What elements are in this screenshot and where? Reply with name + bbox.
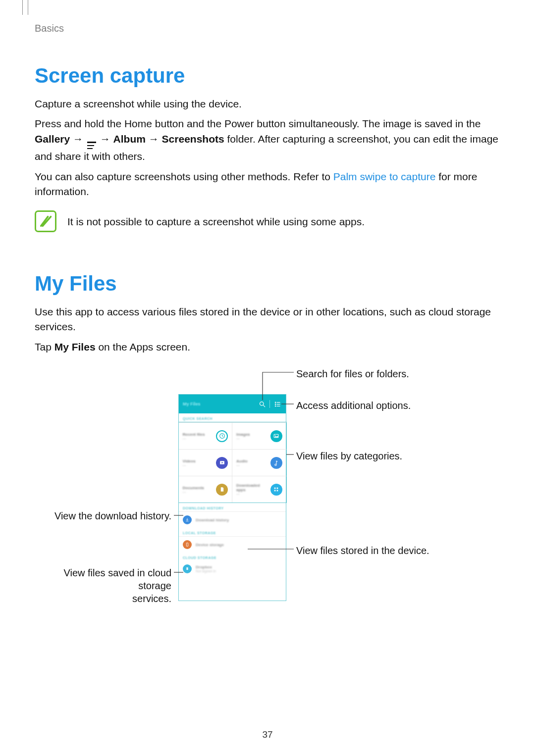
tile-documents[interactable]: Documents— — [179, 476, 233, 503]
download-history-label: DOWNLOAD HISTORY — [179, 503, 286, 511]
svg-rect-14 — [277, 488, 278, 489]
svg-rect-13 — [274, 488, 276, 489]
more-options-icon[interactable] — [273, 400, 282, 408]
screen-capture-intro: Capture a screenshot while using the dev… — [35, 97, 500, 111]
arrow: → — [149, 133, 159, 145]
my-files-diagram: My Files QUICK SEARCH Recent fi — [35, 364, 495, 622]
breadcrumb: Basics — [35, 23, 500, 34]
tile-label: Downloaded apps — [236, 483, 268, 492]
callout-options: Access additional options. — [296, 399, 411, 412]
tile-label: Documents — [183, 486, 214, 490]
clock-icon — [216, 430, 228, 442]
my-files-tap: Tap My Files on the Apps screen. — [35, 340, 500, 354]
svg-point-0 — [260, 402, 264, 405]
text: View files saved in cloud storage — [63, 567, 171, 591]
image-icon — [270, 430, 282, 442]
svg-point-2 — [275, 402, 276, 403]
tile-audio[interactable]: Audio— — [232, 449, 286, 476]
row-sublabel: Not signed in — [196, 569, 216, 573]
callout-device-storage: View files stored in the device. — [296, 544, 429, 557]
svg-point-4 — [275, 403, 276, 404]
arrow: → — [73, 133, 83, 145]
svg-rect-17 — [186, 543, 188, 547]
tile-label: Videos — [183, 459, 214, 463]
phone-title: My Files — [183, 402, 255, 406]
search-icon[interactable] — [258, 400, 267, 408]
note-text: It is not possible to capture a screensh… — [67, 210, 365, 229]
tile-images[interactable]: Images— — [232, 422, 286, 449]
video-icon — [216, 457, 228, 469]
note-icon — [35, 210, 56, 232]
text: services. — [132, 593, 171, 604]
tile-label: Audio — [236, 459, 268, 463]
local-storage-label: LOCAL STORAGE — [179, 528, 286, 536]
screenshots-label: Screenshots — [162, 133, 224, 145]
note-block: It is not possible to capture a screensh… — [35, 210, 500, 232]
row-label: Download history — [196, 518, 229, 522]
text: You can also capture screenshots using o… — [35, 171, 333, 182]
tile-recent-files[interactable]: Recent files— — [179, 422, 233, 449]
cloud-storage-label: CLOUD STORAGE — [179, 553, 286, 561]
callout-search: Search for files or folders. — [296, 367, 409, 380]
download-icon — [183, 515, 192, 524]
row-dropbox[interactable]: Dropbox Not signed in — [179, 561, 286, 577]
row-device-storage[interactable]: Device storage — [179, 536, 286, 553]
quick-search-label: QUICK SEARCH — [179, 413, 286, 422]
tile-downloaded-apps[interactable]: Downloaded apps— — [232, 476, 286, 503]
document-icon — [216, 484, 228, 496]
gallery-label: Gallery — [35, 133, 70, 145]
svg-rect-16 — [277, 490, 278, 492]
device-icon — [183, 540, 192, 549]
svg-line-1 — [263, 405, 265, 407]
dropbox-icon — [183, 564, 192, 573]
palm-swipe-link[interactable]: Palm swipe to capture — [333, 171, 436, 182]
phone-app-bar: My Files — [179, 395, 286, 413]
apps-icon — [270, 484, 282, 496]
callout-download-history: View the download history. — [53, 509, 171, 522]
heading-my-files: My Files — [35, 272, 500, 296]
my-files-label: My Files — [54, 341, 96, 353]
text: Tap — [35, 341, 54, 353]
screen-capture-other: You can also capture screenshots using o… — [35, 169, 500, 200]
svg-point-10 — [275, 435, 276, 436]
music-icon — [270, 457, 282, 469]
my-files-intro: Use this app to access various files sto… — [35, 304, 500, 335]
row-label: Device storage — [196, 543, 224, 547]
screen-capture-steps: Press and hold the Home button and the P… — [35, 116, 500, 164]
heading-screen-capture: Screen capture — [35, 64, 500, 88]
page-tab-mark — [22, 0, 28, 15]
svg-point-6 — [275, 405, 276, 406]
text: on the Apps screen. — [96, 341, 190, 353]
phone-mock: My Files QUICK SEARCH Recent fi — [178, 394, 286, 601]
divider — [269, 400, 270, 408]
text: Press and hold the Home button and the P… — [35, 118, 481, 129]
categories-grid: Recent files— Images— Videos— Audio— — [178, 422, 287, 503]
row-download-history[interactable]: Download history — [179, 511, 286, 528]
tile-label: Images — [236, 432, 268, 437]
menu-icon — [87, 142, 96, 149]
tile-videos[interactable]: Videos— — [179, 449, 233, 476]
row-label: Dropbox — [196, 565, 216, 569]
svg-rect-15 — [274, 490, 276, 492]
callout-categories: View files by categories. — [296, 450, 402, 462]
tile-label: Recent files — [183, 432, 214, 437]
arrow: → — [100, 133, 110, 145]
page-number: 37 — [0, 729, 535, 740]
album-label: Album — [113, 133, 146, 145]
callout-cloud-storage: View files saved in cloud storage servic… — [35, 566, 171, 605]
